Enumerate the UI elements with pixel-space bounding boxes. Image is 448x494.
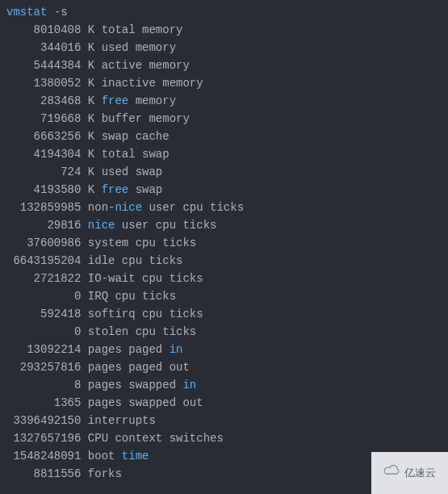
stat-value: 4193580 K	[6, 183, 102, 196]
stat-value: 1548248091	[6, 450, 88, 463]
stat-value: 1327657196	[6, 432, 88, 445]
stat-value: 592418	[6, 308, 88, 320]
output-line: 293257816 pages paged out	[0, 358, 448, 376]
stat-label-pre: buffer	[102, 112, 149, 125]
stat-label-post: memory	[142, 23, 182, 36]
stat-label-pre: system cpu ticks	[88, 237, 196, 249]
stat-value: 3396492150	[6, 414, 88, 427]
stat-label-pre: inactive	[102, 77, 163, 90]
watermark-badge: 亿速云	[371, 452, 448, 494]
stat-label-pre: stolen cpu ticks	[88, 325, 196, 338]
stat-label-pre: pages paged	[88, 343, 170, 356]
output-line: 592418 softirq cpu ticks	[0, 305, 448, 323]
stat-value: 4194304 K	[6, 148, 102, 161]
stat-label-pre: active	[102, 59, 149, 72]
stat-label-pre: total	[102, 148, 142, 161]
stat-label-post: memory	[162, 77, 203, 90]
stat-label-pre: pages paged out	[88, 361, 190, 374]
stat-value: 344016 K	[6, 41, 102, 54]
stat-label-pre: IO-wait cpu ticks	[88, 272, 203, 285]
command-name: vmstat	[6, 6, 47, 19]
stat-label-highlight: in	[182, 379, 196, 391]
stat-value: 6643195204	[6, 254, 88, 267]
stat-value: 1380052 K	[6, 77, 102, 90]
output-line: 132859985 non-nice user cpu ticks	[0, 199, 448, 216]
stat-value: 0	[6, 290, 88, 303]
output-line: 29816 nice user cpu ticks	[0, 216, 448, 234]
stat-label-highlight: free	[102, 94, 129, 107]
stat-label-pre: boot	[88, 450, 122, 463]
cloud-icon	[383, 464, 401, 482]
stat-label-pre: pages swapped out	[88, 396, 203, 409]
stat-label-pre: CPU context switches	[88, 432, 224, 445]
stat-value: 0	[6, 325, 88, 338]
output-line: 4194304 K total swap	[0, 145, 448, 163]
stat-label-post: memory	[128, 94, 176, 107]
stat-label-pre: idle cpu ticks	[88, 254, 183, 267]
output-line: 344016 K used memory	[0, 39, 448, 57]
stat-value: 5444384 K	[6, 59, 102, 72]
stat-label-pre: non-	[88, 201, 115, 214]
stat-label-pre: IRQ cpu ticks	[88, 290, 176, 303]
command-line: vmstat -s	[0, 3, 448, 21]
output-line: 2721822 IO-wait cpu ticks	[0, 270, 448, 287]
output-line: 0 stolen cpu ticks	[0, 323, 448, 341]
stat-label-highlight: time	[122, 450, 149, 463]
output-line: 3396492150 interrupts	[0, 412, 448, 429]
stat-value: 2721822	[6, 272, 88, 285]
stat-value: 719668 K	[6, 112, 102, 125]
stat-value: 1365	[6, 396, 88, 409]
stat-label-pre: used	[102, 41, 136, 54]
output-line: 37600986 system cpu ticks	[0, 234, 448, 252]
stat-label-post: swap	[128, 183, 162, 196]
stat-value: 8010408 K	[6, 23, 102, 36]
output-line: 1365 pages swapped out	[0, 394, 448, 412]
stat-value: 37600986	[6, 237, 88, 249]
output-line: 719668 K buffer memory	[0, 110, 448, 128]
output-line: 8 pages swapped in	[0, 376, 448, 394]
stat-label-post: swap	[142, 148, 170, 161]
terminal-output: vmstat -s 8010408 K total memory 344016 …	[0, 3, 448, 483]
stat-label-post: user cpu ticks	[115, 219, 216, 232]
output-line: 6663256 K swap cache	[0, 128, 448, 145]
output-line: 13092214 pages paged in	[0, 341, 448, 358]
stat-label-post: memory	[149, 59, 189, 72]
stat-label-pre: total	[102, 23, 142, 36]
stat-label-post: memory	[136, 41, 176, 54]
output-line: 283468 K free memory	[0, 92, 448, 110]
stat-value: 29816	[6, 219, 88, 232]
stat-label-highlight: in	[170, 343, 183, 356]
stat-label-pre: softirq cpu ticks	[88, 308, 203, 320]
stat-value: 13092214	[6, 343, 88, 356]
stat-label-pre: used	[102, 165, 136, 178]
output-line: 8010408 K total memory	[0, 21, 448, 39]
stat-label-highlight: nice	[88, 219, 115, 232]
stat-label-post: cache	[136, 130, 170, 143]
stat-value: 283468 K	[6, 94, 102, 107]
output-line: 1380052 K inactive memory	[0, 74, 448, 92]
command-arg: -s	[47, 6, 67, 19]
stat-value: 293257816	[6, 361, 88, 374]
output-line: 0 IRQ cpu ticks	[0, 287, 448, 305]
output-line: 1327657196 CPU context switches	[0, 429, 448, 447]
stat-label-post: swap	[136, 165, 163, 178]
stat-label-highlight: nice	[115, 201, 142, 214]
stat-value: 6663256 K	[6, 130, 102, 143]
stat-label-post: memory	[149, 112, 189, 125]
stat-label-pre: swap	[102, 130, 136, 143]
output-line: 6643195204 idle cpu ticks	[0, 252, 448, 270]
output-line: 724 K used swap	[0, 163, 448, 181]
output-line: 5444384 K active memory	[0, 57, 448, 74]
output-line: 4193580 K free swap	[0, 181, 448, 199]
stat-label-post: user cpu ticks	[142, 201, 244, 214]
stat-label-pre: interrupts	[88, 414, 156, 427]
stat-label-pre: pages swapped	[88, 379, 183, 391]
stat-value: 8	[6, 379, 88, 391]
stat-value: 132859985	[6, 201, 88, 214]
stat-value: 8811556	[6, 467, 88, 480]
stat-value: 724 K	[6, 165, 102, 178]
watermark-text: 亿速云	[404, 464, 436, 482]
stat-label-highlight: free	[102, 183, 129, 196]
stat-label-pre: forks	[88, 467, 122, 480]
